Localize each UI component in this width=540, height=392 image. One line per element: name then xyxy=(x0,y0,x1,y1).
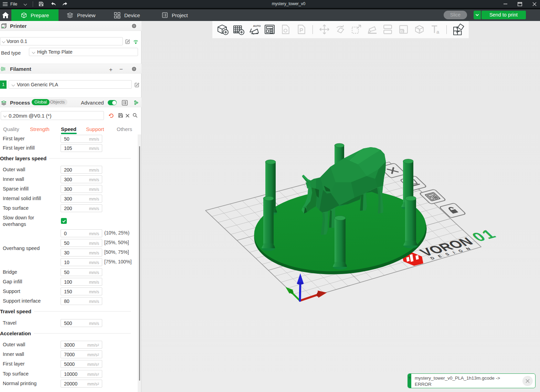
svg-text:01: 01 xyxy=(468,227,500,244)
svg-text:Send to print: Send to print xyxy=(489,12,518,18)
svg-text:a: a xyxy=(436,29,439,35)
svg-text:AUTO: AUTO xyxy=(253,24,261,28)
